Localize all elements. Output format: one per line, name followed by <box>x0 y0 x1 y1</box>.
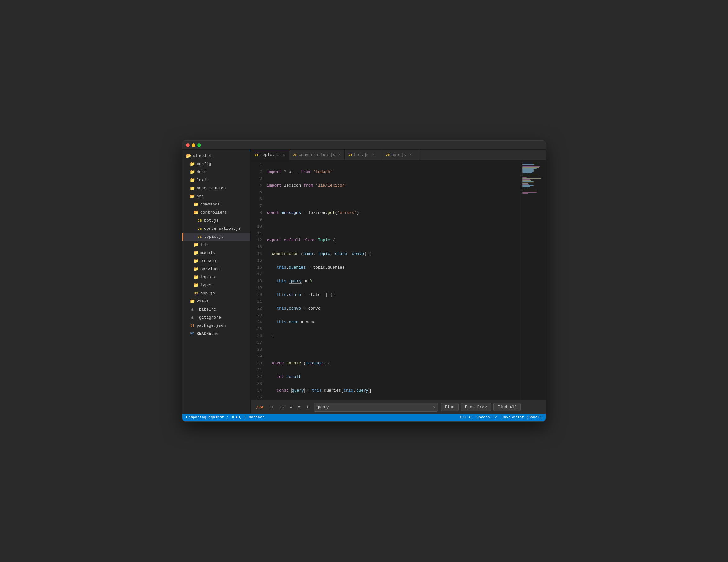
sidebar-item-topic-js[interactable]: JS topic.js <box>182 233 250 241</box>
code-line-15: async handle (message) { <box>267 360 521 367</box>
titlebar <box>182 141 546 150</box>
code-line-8: this.queries = topic.queries <box>267 264 521 271</box>
sidebar-item-controllers[interactable]: 📂 controllers <box>182 209 250 217</box>
minimize-button[interactable] <box>192 143 195 147</box>
js-icon: JS <box>197 217 202 224</box>
code-line-12: this.name = name <box>267 319 521 326</box>
code-content[interactable]: import * as _ from 'lodash' import lexic… <box>264 160 521 400</box>
sidebar-item-conversation-js[interactable]: JS conversation.js <box>182 225 250 233</box>
js-icon: JS <box>197 234 202 240</box>
tab-bar: JS topic.js × JS conversation.js × JS bo… <box>251 150 546 160</box>
sidebar-item-services[interactable]: 📁 services <box>182 265 250 273</box>
traffic-lights <box>186 143 201 147</box>
find-prev-button[interactable]: Find Prev <box>461 403 491 411</box>
close-button[interactable] <box>186 143 190 147</box>
code-line-10: this.state = state || {} <box>267 291 521 298</box>
line-numbers: 12345 678910 1112131415 1617181920 21222… <box>251 160 264 400</box>
folder-open-icon: 📂 <box>190 193 195 200</box>
sidebar-label-app-js: app.js <box>200 290 215 297</box>
tab-js-icon: JS <box>254 153 258 157</box>
tab-close-topic-js[interactable]: × <box>282 153 285 158</box>
tab-bot-js[interactable]: JS bot.js × <box>345 150 382 160</box>
maximize-button[interactable] <box>197 143 201 147</box>
code-line-4: const messages = lexicon.get('errors') <box>267 210 521 216</box>
sidebar-item-gitignore[interactable]: ✱ .gitignore <box>182 313 250 322</box>
code-line-17: const query = this.queries[this.query] <box>267 387 521 394</box>
sidebar-item-babelrc[interactable]: ✱ .babelrc <box>182 305 250 313</box>
json-icon: {} <box>190 322 195 329</box>
misc-icon: ✱ <box>190 306 195 313</box>
sidebar-label-topics: topics <box>200 274 215 281</box>
code-line-7: constructor (name, topic, state, convo) … <box>267 251 521 258</box>
sidebar-item-parsers[interactable]: 📁 parsers <box>182 257 250 265</box>
md-icon: MD <box>190 330 195 337</box>
status-left: Comparing against : HEAD, 6 matches <box>186 415 264 420</box>
sidebar-item-src[interactable]: 📂 src <box>182 193 250 201</box>
sidebar-item-app-js[interactable]: JS app.js <box>182 289 250 297</box>
folder-icon: 📁 <box>190 185 195 192</box>
find-input-wrapper: ∨ <box>314 403 438 411</box>
code-line-9: this.query = 0 <box>267 278 521 285</box>
sidebar-item-commands[interactable]: 📁 commands <box>182 201 250 209</box>
multiline-toggle-button[interactable]: ≡ <box>296 404 302 410</box>
minimap-content <box>521 160 546 196</box>
sidebar-item-package-json[interactable]: {} package.json <box>182 322 250 330</box>
code-line-2: import lexicon from 'lib/lexicon' <box>267 182 521 189</box>
js-icon: JS <box>194 290 198 297</box>
sidebar-label-gitignore: .gitignore <box>197 314 221 321</box>
code-line-6: export default class Topic { <box>267 237 521 244</box>
regex-toggle-button[interactable]: /Re <box>254 404 265 410</box>
wrap-toggle-button[interactable]: ↩ <box>288 404 294 410</box>
sidebar-label-services: services <box>200 266 220 273</box>
folder-icon: 📁 <box>190 169 195 176</box>
code-line-13: } <box>267 332 521 339</box>
encoding-label: UTF-8 <box>460 415 472 420</box>
sidebar-label-config: config <box>197 161 211 168</box>
sidebar-label-src: src <box>197 193 204 200</box>
case-toggle-button[interactable]: TT <box>267 404 275 410</box>
find-all-button[interactable]: Find All <box>493 403 521 411</box>
tab-app-js[interactable]: JS app.js × <box>382 150 419 160</box>
sidebar-label-types: types <box>200 282 212 289</box>
status-bar: Comparing against : HEAD, 6 matches UTF-… <box>182 414 546 421</box>
tab-topic-js[interactable]: JS topic.js × <box>251 150 289 160</box>
spaces-label: Spaces: 2 <box>477 415 497 420</box>
sidebar-item-lib[interactable]: 📁 lib <box>182 241 250 249</box>
code-line-3 <box>267 196 521 203</box>
code-line-1: import * as _ from 'lodash' <box>267 169 521 175</box>
sidebar-item-lexic[interactable]: 📁 lexic <box>182 176 250 184</box>
find-dropdown-icon[interactable]: ∨ <box>433 405 435 409</box>
tab-close-bot-js[interactable]: × <box>372 152 374 157</box>
sidebar-label-node-modules: node_modules <box>197 185 226 192</box>
folder-icon: 📁 <box>194 201 198 208</box>
folder-icon: 📁 <box>190 298 195 305</box>
tab-conversation-js[interactable]: JS conversation.js × <box>289 150 345 160</box>
sidebar-label-package-json: package.json <box>197 322 226 329</box>
sidebar-item-bot-js[interactable]: JS bot.js <box>182 217 250 225</box>
theme-toggle-button[interactable]: ☀ <box>304 404 311 410</box>
sidebar-item-views[interactable]: 📁 views <box>182 297 250 305</box>
tab-close-app-js[interactable]: × <box>409 152 412 157</box>
sidebar-item-topics[interactable]: 📁 topics <box>182 273 250 281</box>
sidebar-item-models[interactable]: 📁 models <box>182 249 250 257</box>
folder-icon: 📁 <box>194 242 198 249</box>
find-input[interactable] <box>316 405 433 409</box>
sidebar-item-dest[interactable]: 📁 dest <box>182 168 250 176</box>
sidebar-item-slackbot[interactable]: 📂 slackbot <box>182 152 250 160</box>
sidebar-label-topic-js: topic.js <box>204 234 223 240</box>
sidebar-item-types[interactable]: 📁 types <box>182 281 250 289</box>
tab-label-bot-js: bot.js <box>354 153 369 157</box>
word-toggle-button[interactable]: «» <box>278 404 286 410</box>
code-editor[interactable]: 12345 678910 1112131415 1617181920 21222… <box>251 160 546 400</box>
tab-label-app-js: app.js <box>391 153 406 157</box>
folder-icon: 📁 <box>194 282 198 289</box>
sidebar-item-node-modules[interactable]: 📁 node_modules <box>182 184 250 193</box>
main-window: 📂 slackbot 📁 config 📁 dest 📁 lexic 📁 <box>182 141 546 421</box>
sidebar-label-dest: dest <box>197 169 206 176</box>
sidebar-item-config[interactable]: 📁 config <box>182 160 250 168</box>
sidebar-label-babelrc: .babelrc <box>197 306 216 313</box>
code-line-14 <box>267 346 521 353</box>
find-button[interactable]: Find <box>441 403 458 411</box>
sidebar-item-readme[interactable]: MD README.md <box>182 330 250 338</box>
tab-close-conversation-js[interactable]: × <box>338 152 341 157</box>
